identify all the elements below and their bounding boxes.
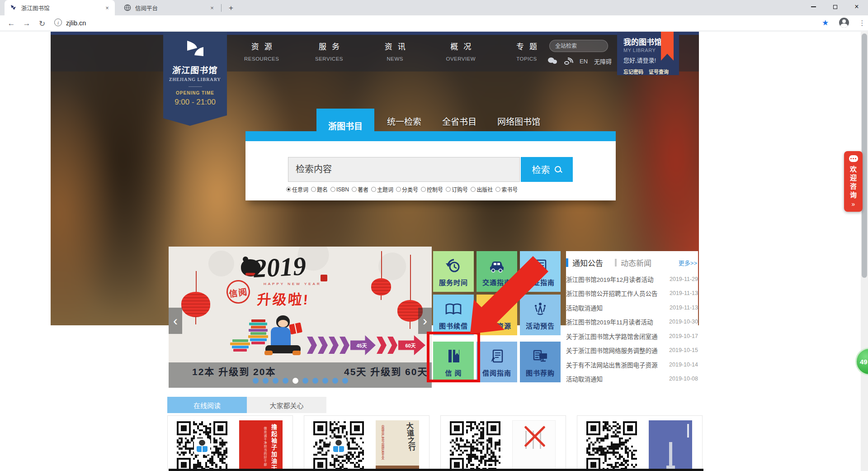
header-icons: EN 无障碍 bbox=[548, 55, 620, 67]
forgot-password-link[interactable]: 忘记密码 bbox=[623, 68, 643, 75]
radio-著者[interactable]: 著者 bbox=[352, 186, 368, 193]
forward-button[interactable]: → bbox=[21, 18, 33, 29]
radio-分类号[interactable]: 分类号 bbox=[396, 186, 418, 193]
catalog-search-input[interactable] bbox=[288, 157, 520, 182]
global-search-box[interactable] bbox=[549, 40, 608, 52]
tab-online-reading[interactable]: 在线阅读 bbox=[167, 397, 247, 413]
url-text[interactable]: zjlib.cn bbox=[66, 19, 86, 27]
carousel-dot-1[interactable] bbox=[263, 378, 269, 384]
nav-item-topics[interactable]: 专题TOPICS bbox=[511, 38, 542, 68]
banner-subtext: HAPPY NEW YEAR bbox=[264, 282, 321, 286]
browser-tab-xinyue[interactable]: 信阅平台 × bbox=[118, 0, 220, 15]
radio-circle[interactable] bbox=[330, 187, 335, 192]
more-link[interactable]: 更多>> bbox=[679, 258, 698, 267]
radio-出版社[interactable]: 出版社 bbox=[471, 186, 493, 193]
radio-任意词[interactable]: 任意词 bbox=[286, 186, 308, 193]
radio-circle[interactable] bbox=[396, 187, 401, 192]
catalog-tab-3[interactable]: 网络图书馆 bbox=[489, 109, 548, 133]
grid-tile-交通指南[interactable]: 交通指南 bbox=[476, 251, 517, 292]
carousel-dot-7[interactable] bbox=[322, 378, 328, 384]
wechat-icon[interactable] bbox=[548, 57, 558, 65]
catalog-search-button[interactable]: 检索 bbox=[521, 157, 573, 182]
grid-tile-办证指南[interactable]: 办证指南 bbox=[520, 251, 561, 292]
radio-控制号[interactable]: 控制号 bbox=[421, 186, 443, 193]
nav-item-resources[interactable]: 资源RESOURCES bbox=[244, 38, 279, 68]
consult-widget[interactable]: 欢迎咨询 » bbox=[844, 151, 863, 212]
site-logo-panel[interactable]: 浙江图书馆 ZHEJIANG LIBRARY OPENING TIME 9:00… bbox=[163, 32, 227, 126]
tab-news[interactable]: 动态新闻 bbox=[621, 257, 651, 268]
window-close-button[interactable]: × bbox=[846, 0, 867, 14]
notice-row[interactable]: 浙江图书馆2019年11月读者活动2019-10-30 bbox=[566, 315, 698, 329]
notice-row[interactable]: 活动取消通知2019-10-08 bbox=[566, 372, 698, 386]
card-lookup-link[interactable]: 证号查询 bbox=[649, 68, 669, 75]
notice-row[interactable]: 关于有不法网站出售浙图电子资源2019-10-14 bbox=[566, 357, 698, 372]
radio-circle[interactable] bbox=[352, 187, 357, 192]
radio-题名[interactable]: 题名 bbox=[311, 186, 328, 193]
radio-主题词[interactable]: 主题词 bbox=[371, 186, 393, 193]
radio-circle[interactable] bbox=[421, 187, 426, 192]
carousel-dot-3[interactable] bbox=[283, 378, 288, 384]
notice-row[interactable]: 浙江图书馆公开招聘工作人员公告2019-11-13 bbox=[566, 286, 698, 301]
carousel-dot-0[interactable] bbox=[253, 378, 259, 384]
weibo-icon[interactable] bbox=[564, 57, 573, 65]
grid-tile-图书续借[interactable]: 图书续借 bbox=[433, 295, 474, 335]
back-button[interactable]: ← bbox=[5, 18, 17, 29]
book-card-2[interactable] bbox=[440, 415, 566, 471]
radio-ISBN[interactable]: ISBN bbox=[330, 186, 349, 193]
nav-item-services[interactable]: 服务SERVICES bbox=[313, 38, 345, 68]
carousel-dot-8[interactable] bbox=[332, 378, 338, 384]
carousel-dot-2[interactable] bbox=[273, 378, 278, 384]
radio-circle[interactable] bbox=[371, 187, 376, 192]
grid-tile-借阅指南[interactable]: 借阅指南 bbox=[476, 342, 517, 382]
catalog-tab-0[interactable]: 浙图书目 bbox=[316, 109, 374, 141]
radio-索书号[interactable]: 索书号 bbox=[495, 186, 518, 193]
browser-tab-zjlib[interactable]: 浙江图书馆 × bbox=[5, 0, 115, 15]
notice-row[interactable]: 活动取消通知2019-11-13 bbox=[566, 300, 698, 315]
catalog-tab-1[interactable]: 统一检索 bbox=[379, 109, 429, 133]
carousel-dot-6[interactable] bbox=[312, 378, 318, 384]
notice-header: 通知公告 动态新闻 更多>> bbox=[566, 256, 698, 269]
tab-close-icon[interactable]: × bbox=[208, 4, 216, 12]
carousel-next-button[interactable]: › bbox=[418, 308, 432, 334]
book-cover-3 bbox=[649, 420, 692, 471]
carousel-dot-9[interactable] bbox=[342, 378, 348, 384]
grid-tile-数字资源[interactable]: 数字资源 bbox=[476, 295, 517, 335]
nav-item-overview[interactable]: 概况OVERVIEW bbox=[445, 38, 476, 68]
tab-notices[interactable]: 通知公告 bbox=[572, 257, 603, 268]
nav-item-news[interactable]: 资讯NEWS bbox=[379, 38, 411, 68]
tab-everyone-cares[interactable]: 大家都关心 bbox=[247, 397, 326, 413]
page-scrollbar[interactable] bbox=[861, 32, 868, 471]
book-card-0[interactable]: 撸起袖子加油干做忠诚干净担当的好干部 bbox=[167, 415, 293, 471]
window-minimize-button[interactable] bbox=[803, 0, 824, 14]
radio-订购号[interactable]: 订购号 bbox=[446, 186, 468, 193]
new-tab-button[interactable]: + bbox=[226, 3, 236, 13]
site-info-icon[interactable]: i bbox=[54, 19, 62, 26]
browser-menu-icon[interactable]: ⋮ bbox=[858, 18, 867, 29]
radio-circle[interactable] bbox=[286, 187, 291, 192]
language-toggle[interactable]: EN bbox=[580, 58, 588, 65]
grid-tile-图书荐购[interactable]: 图书荐购 bbox=[520, 342, 561, 382]
book-card-1[interactable]: 大道之行中国共产党与中国社会主义 bbox=[304, 415, 429, 471]
notice-row[interactable]: 关于浙江图书馆网络服务调整的通2019-10-15 bbox=[566, 343, 698, 358]
profile-avatar[interactable] bbox=[839, 18, 849, 28]
radio-circle[interactable] bbox=[495, 187, 500, 192]
notification-badge[interactable]: 49 bbox=[855, 347, 868, 376]
carousel-dot-4[interactable] bbox=[292, 378, 298, 384]
bookmark-star-icon[interactable]: ★ bbox=[822, 18, 829, 28]
book-card-3[interactable] bbox=[577, 415, 703, 471]
radio-circle[interactable] bbox=[471, 187, 476, 192]
radio-circle[interactable] bbox=[446, 187, 451, 192]
window-restore-button[interactable] bbox=[825, 0, 845, 14]
notice-row[interactable]: 浙江图书馆2019年12月读者活动2019-11-29 bbox=[566, 272, 698, 286]
tab-close-icon[interactable]: × bbox=[103, 4, 111, 12]
carousel-prev-button[interactable]: ‹ bbox=[169, 308, 182, 334]
notice-row[interactable]: 关于浙江图书馆大学路馆舍闭室通2019-10-17 bbox=[566, 329, 698, 343]
accessibility-link[interactable]: 无障碍 bbox=[594, 57, 612, 66]
grid-tile-活动预告[interactable]: 活动预告 bbox=[520, 295, 561, 335]
reload-button[interactable]: ↻ bbox=[36, 18, 48, 29]
radio-circle[interactable] bbox=[311, 187, 316, 192]
catalog-tab-2[interactable]: 全省书目 bbox=[434, 109, 485, 133]
grid-tile-服务时间[interactable]: 服务时间 bbox=[433, 251, 474, 292]
carousel-dot-5[interactable] bbox=[302, 378, 308, 384]
global-search-input[interactable] bbox=[555, 40, 602, 52]
